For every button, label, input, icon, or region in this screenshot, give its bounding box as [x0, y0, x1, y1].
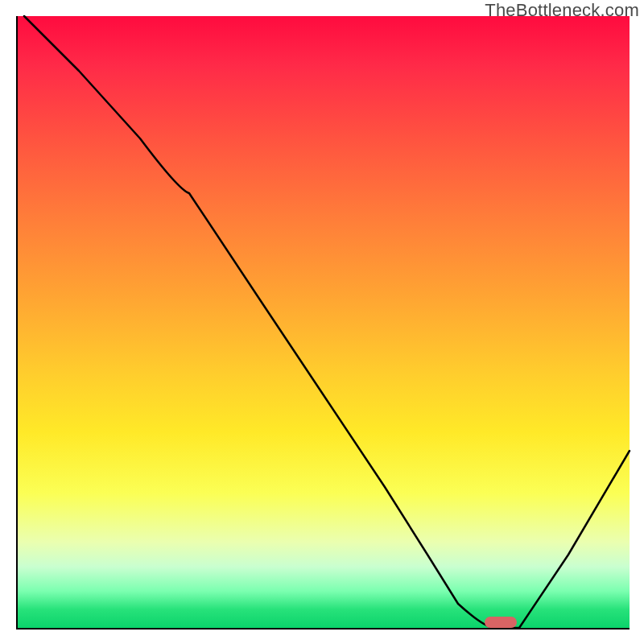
bottleneck-curve — [18, 16, 630, 628]
curve-path — [24, 16, 630, 628]
optimal-marker — [485, 617, 517, 628]
chart-stage: TheBottleneck.com — [0, 0, 644, 644]
plot-area — [16, 16, 630, 630]
